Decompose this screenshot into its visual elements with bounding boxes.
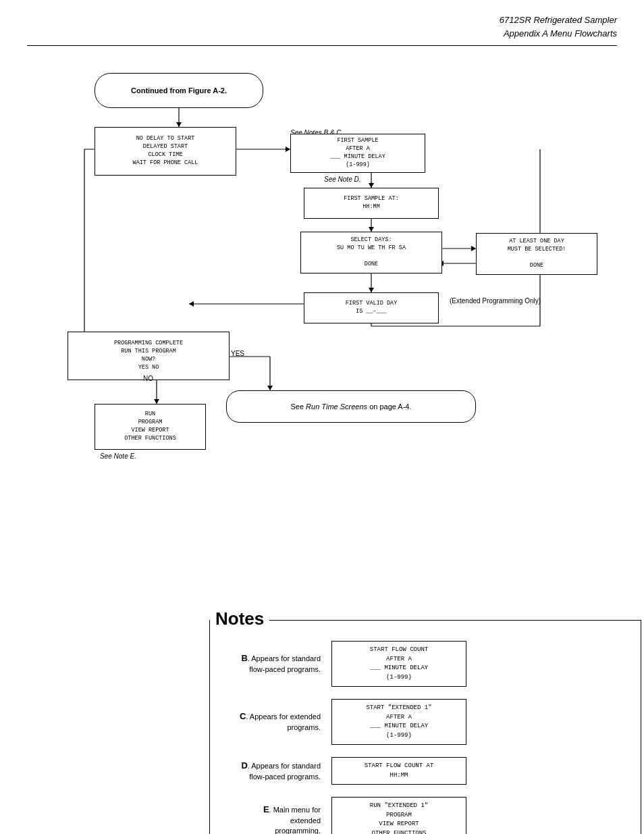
no-label: NO: [143, 375, 153, 382]
svg-marker-27: [189, 301, 194, 307]
note-e-box: RUN "EXTENDED 1"PROGRAMVIEW REPORTOTHER …: [331, 797, 466, 834]
notes-title: Notes: [210, 608, 269, 629]
svg-marker-5: [369, 183, 374, 188]
header-line1: 6712SR Refrigerated Sampler: [27, 14, 617, 27]
note-d-label: D. Appears for standardflow-paced progra…: [223, 760, 331, 783]
header-line2: Appendix A Menu Flowcharts: [27, 27, 617, 41]
select-days-box: SELECT DAYS: SU MO TU WE TH FR SA DONE: [300, 232, 442, 273]
run-program-box: RUN PROGRAM VIEW REPORT OTHER FUNCTIONS: [95, 404, 206, 450]
svg-marker-9: [471, 246, 476, 251]
first-sample-delay-box: FIRST SAMPLE AFTER A ___ MINUTE DELAY (1…: [290, 134, 425, 173]
note-b-row: B. Appears for standardflow-paced progra…: [223, 641, 627, 687]
note-b-box: START FLOW COUNTAFTER A___ MINUTE DELAY(…: [331, 641, 466, 687]
extended-only-label: (Extended Programming Only): [450, 297, 541, 305]
note-d-row: D. Appears for standardflow-paced progra…: [223, 757, 627, 785]
svg-marker-22: [154, 399, 159, 404]
programming-complete-box: PROGRAMMING COMPLETE RUN THIS PROGRAM NO…: [68, 332, 230, 380]
svg-marker-3: [286, 147, 290, 152]
page-header: 6712SR Refrigerated Sampler Appendix A M…: [27, 14, 617, 46]
continued-box: Continued from Figure A-2.: [95, 73, 263, 108]
note-c-label: C. Appears for extendedprograms.: [223, 710, 331, 733]
see-note-e: See Note E.: [100, 452, 136, 460]
flowchart-area: Continued from Figure A-2. NO DELAY TO S…: [27, 59, 617, 613]
note-c-box: START "EXTENDED 1"AFTER A___ MINUTE DELA…: [331, 699, 466, 745]
see-runtime-box: See Run Time Screens on page A-4.: [226, 390, 476, 423]
notes-section-wrapper: Notes B. Appears for standardflow-paced …: [27, 613, 617, 834]
at-least-one-box: AT LEAST ONE DAY MUST BE SELECTED! DONE: [476, 233, 597, 275]
note-e-label: E. Main menu forextendedprogramming.: [223, 804, 331, 834]
note-e-row: E. Main menu forextendedprogramming. RUN…: [223, 797, 627, 834]
svg-marker-1: [176, 122, 182, 127]
first-sample-at-box: FIRST SAMPLE AT: HH:MM: [304, 188, 439, 219]
start-options-box: NO DELAY TO START DELAYED START CLOCK TI…: [95, 127, 236, 176]
note-d-box: START FLOW COUNT ATHH:MM: [331, 757, 466, 785]
see-note-d: See Note D.: [324, 176, 360, 183]
yes-label: YES: [231, 350, 244, 357]
notes-section: Notes B. Appears for standardflow-paced …: [209, 620, 641, 834]
svg-marker-25: [267, 386, 273, 390]
first-valid-day-box: FIRST VALID DAY IS __-___: [304, 292, 439, 323]
note-c-row: C. Appears for extendedprograms. START "…: [223, 699, 627, 745]
note-b-label: B. Appears for standardflow-paced progra…: [223, 652, 331, 675]
svg-marker-7: [369, 227, 374, 232]
svg-marker-13: [369, 288, 374, 292]
